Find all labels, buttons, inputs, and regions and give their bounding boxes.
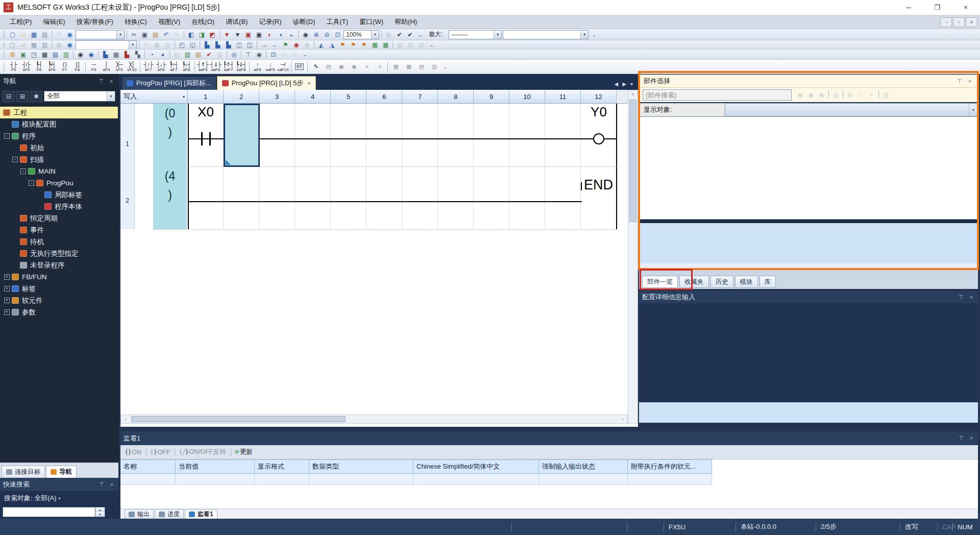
navigation-filter-combo[interactable]: 全部 ▾ (44, 91, 115, 102)
close-icon[interactable]: × (968, 294, 975, 301)
ladder-copy-icon[interactable]: ▤ (415, 60, 428, 74)
nav-tree-item[interactable]: - 程序 (0, 130, 118, 142)
grid-display2-icon[interactable]: ▦ (381, 40, 390, 50)
paste-element-icon[interactable]: ▤ (831, 90, 841, 100)
convert-icon[interactable]: ▼ (222, 30, 232, 39)
redo-icon[interactable]: ↷ (172, 30, 182, 39)
tree-expand-icon[interactable]: - (20, 168, 26, 174)
help-icon[interactable]: ◉ (65, 30, 75, 39)
device-comment-icon[interactable]: ◧ (186, 30, 196, 39)
watch-tool-button[interactable]: ⟳ 更新 (233, 447, 254, 458)
watch-cell[interactable] (176, 474, 255, 485)
layout-gray2-icon[interactable]: ▭ (290, 50, 300, 59)
tool-faded-icon[interactable]: ▨ (215, 50, 225, 59)
end-instruction[interactable]: END (584, 177, 618, 196)
menu-item[interactable]: 记录(R) (253, 15, 287, 29)
maximize-button[interactable]: ❐ (923, 0, 951, 15)
watch-column-header[interactable]: 附带执行条件的软元... (628, 459, 712, 474)
watch-cell[interactable] (120, 474, 176, 485)
check-program-icon[interactable]: ▣ (254, 30, 264, 39)
settings-gear-icon[interactable]: ✱ (30, 91, 42, 102)
tree-expand-icon[interactable]: + (4, 298, 10, 303)
device-page-down-icon[interactable]: ◮ (327, 40, 337, 50)
statement-icon[interactable]: ▤ (322, 60, 335, 74)
ladder-symbol-button[interactable]: ┞↓┤aF8 (180, 60, 193, 74)
ladder-block2-icon[interactable]: ▦ (402, 60, 415, 74)
device-tree-icon[interactable]: ▚ (133, 50, 142, 59)
element-selection-tab[interactable]: 历史 (710, 276, 733, 288)
toolbar-overflow-icon[interactable]: ⌄ (444, 64, 448, 69)
window-copy1-icon[interactable]: ◫ (234, 40, 244, 50)
docking-layout-icon[interactable]: ◳ (29, 50, 39, 59)
close-icon[interactable]: × (966, 78, 973, 85)
ladder-symbol-button[interactable]: ┞┤F6 (33, 60, 45, 74)
io-check-icon[interactable]: ✔ (204, 50, 214, 59)
note-search2-icon[interactable]: ◉ (348, 60, 360, 74)
bin-monitor-icon[interactable]: ◎ (229, 50, 239, 59)
add-favorites-icon[interactable]: ⊞ (845, 90, 855, 100)
intelligent-monitor-icon[interactable]: ▨ (172, 50, 182, 59)
horizontal-scrollbar[interactable]: ‹ › (120, 415, 628, 424)
bookmark3-icon[interactable]: ⚑ (359, 40, 369, 50)
scroll-right-icon[interactable]: › (618, 415, 627, 423)
program-list-icon[interactable]: ▤ (51, 50, 60, 59)
tab-scroll-right-icon[interactable]: ▶ (622, 81, 626, 87)
mdi-restore-button[interactable]: ▫ (953, 17, 965, 27)
tree-expand-icon[interactable] (37, 192, 42, 198)
menu-item[interactable]: 搜索/替换(F) (71, 15, 119, 29)
window-cascade-icon[interactable]: ◰ (177, 40, 187, 50)
cut-gray-icon[interactable]: ✂ (141, 40, 151, 50)
element-selection-tab[interactable]: 模块 (735, 276, 758, 288)
tool-gray1-icon[interactable]: ▨ (395, 40, 405, 50)
tree-expand-icon[interactable] (4, 121, 10, 127)
nav-tree-item[interactable]: + 软元件 (0, 295, 118, 306)
menu-item[interactable]: 工具(T) (321, 15, 354, 29)
device-k3-icon[interactable]: ▙ (224, 40, 233, 50)
tree-expand-icon[interactable]: - (4, 133, 10, 139)
device-page-up-icon[interactable]: ◭ (316, 40, 326, 50)
watch-column-header[interactable]: 强制输入输出状态 (539, 459, 628, 474)
ladder-symbol-button[interactable]: ┤↑├sF7 (142, 60, 155, 74)
program-check-icon[interactable]: ✔ (405, 30, 415, 39)
edit-comment-icon[interactable]: ✎ (309, 60, 322, 74)
nav-tree-item[interactable]: 局部标签 (0, 189, 118, 201)
tab-list-icon[interactable]: ▾ (630, 81, 633, 87)
note-list-icon[interactable]: ≡ (373, 60, 386, 74)
monitor-start-icon[interactable]: ◐ (265, 30, 275, 39)
ladder-block-icon[interactable]: ▦ (389, 60, 402, 74)
tree-collapse-icon[interactable]: ⊟ (3, 91, 15, 102)
menu-item[interactable]: 在线(O) (186, 15, 220, 29)
close-icon[interactable]: × (968, 435, 975, 442)
syntax-check-icon[interactable]: ✔ (395, 30, 404, 39)
tree-expand-icon[interactable]: ⊞ (16, 91, 29, 102)
monitor-stop-icon[interactable]: ◑ (276, 30, 285, 39)
scrollbar-thumb[interactable] (131, 416, 346, 422)
nav-tree-item[interactable]: - ProgPou (0, 177, 118, 189)
nav-tree-item[interactable]: - 扫描 (0, 154, 118, 165)
rung-number-cell[interactable]: 2 (120, 166, 135, 229)
device-memory-window-icon[interactable]: ▦ (111, 50, 121, 59)
editor-tab[interactable]: ProgPou [PRG] [LD] 5步 × (217, 76, 316, 90)
watch-column-header[interactable]: 名称 (120, 459, 176, 474)
favorites-icon[interactable]: ☆ (856, 90, 866, 100)
tree-expand-icon[interactable] (12, 251, 18, 256)
grid-display1-icon[interactable]: ▦ (370, 40, 380, 50)
watch-column-header[interactable]: 显示格式 (255, 459, 309, 474)
vertical-scrollbar[interactable]: ˄ (628, 90, 638, 424)
close-icon[interactable]: × (108, 481, 115, 488)
label-list-icon[interactable]: ▥ (61, 50, 71, 59)
note-search-icon[interactable]: ◉ (335, 60, 348, 74)
ladder-symbol-button[interactable]: ↑aF5 (251, 60, 264, 74)
layout-gray1-icon[interactable]: ▭ (279, 50, 289, 59)
project-search-combo[interactable]: ▾ (76, 30, 125, 39)
realtime-monitor-icon[interactable]: ▤ (193, 50, 203, 59)
paste-gray-icon[interactable]: ▤ (163, 40, 173, 50)
bookmark1-icon[interactable]: ⚑ (338, 40, 348, 50)
tree-expand-icon[interactable]: + (4, 274, 10, 280)
find-flag-icon[interactable]: ⚑ (281, 40, 290, 50)
close-icon[interactable]: × (108, 78, 115, 85)
nav-tree-item[interactable]: + 参数 (0, 306, 118, 318)
device-memory-icon[interactable]: ◨ (197, 30, 207, 39)
nav-tree-item[interactable]: + 标签 (0, 283, 118, 295)
save-project-icon[interactable]: ▦ (29, 30, 39, 39)
